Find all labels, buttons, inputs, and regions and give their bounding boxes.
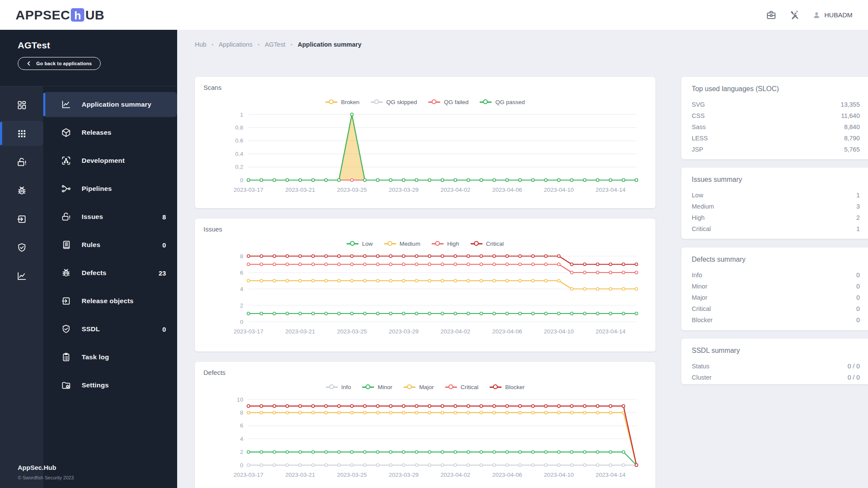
- user-menu[interactable]: HUBADM: [812, 11, 852, 19]
- legend-item-medium[interactable]: Medium: [384, 241, 420, 247]
- rail-item-chart-line[interactable]: [0, 263, 43, 288]
- topbar-actions: HUBADM: [766, 10, 852, 21]
- svg-text:2023-03-17: 2023-03-17: [233, 328, 263, 335]
- legend-item-major[interactable]: Major: [404, 384, 434, 390]
- scans-card-title: Scans: [203, 84, 650, 91]
- sidebar-item-issues[interactable]: Issues8: [43, 204, 177, 229]
- sidebar-footer: AppSec.Hub © Swordfish Security 2023: [18, 464, 74, 480]
- panel-row-label: LESS: [692, 134, 708, 143]
- rail-item-unlock-alert[interactable]: [0, 149, 43, 174]
- shield-check-icon: [16, 242, 27, 253]
- rail-item-box-arrow[interactable]: [0, 206, 43, 231]
- sidebar-app-header: AGTest Go back to applications: [0, 30, 177, 86]
- panel-row-label: CSS: [692, 111, 705, 120]
- panel-row-value: 8,790: [844, 134, 860, 143]
- svg-text:2023-04-02: 2023-04-02: [440, 328, 470, 335]
- sidebar-item-task-log[interactable]: Task log: [43, 345, 177, 370]
- chevron-left-icon: [26, 61, 32, 66]
- legend-swatch-icon: [480, 99, 492, 105]
- bug-icon: [61, 268, 72, 278]
- svg-text:0: 0: [240, 319, 243, 325]
- panel-row-minor: Minor0: [692, 281, 860, 292]
- defects-legend: InfoMinorMajorCriticalBlocker: [200, 381, 650, 393]
- panel-row-info: Info0: [692, 269, 860, 281]
- rules-icon: [61, 240, 72, 250]
- legend-item-critical[interactable]: Critical: [471, 241, 504, 247]
- chart-line-icon: [16, 271, 27, 282]
- panel-row-value: 11,640: [841, 111, 860, 120]
- copyright: © Swordfish Security 2023: [18, 475, 74, 480]
- legend-item-qg-skipped[interactable]: QG skipped: [371, 99, 417, 105]
- breadcrumb-item-applications[interactable]: Applications: [219, 41, 252, 48]
- breadcrumb-item-agtest[interactable]: AGTest: [265, 41, 286, 48]
- panel-title: Issues summary: [692, 176, 860, 184]
- legend-item-minor[interactable]: Minor: [362, 384, 392, 390]
- breadcrumb-separator: •: [212, 41, 214, 48]
- sidebar-item-development[interactable]: Development: [43, 148, 177, 173]
- sidebar-item-ssdl[interactable]: SSDL0: [43, 317, 177, 342]
- sidebar-item-label: Issues: [82, 213, 103, 221]
- legend-label: High: [447, 241, 459, 247]
- panel-issues-summary: Issues summaryLow1Medium3High2Critical1: [681, 168, 868, 239]
- main-area: Hub•Applications•AGTest•Application summ…: [177, 30, 868, 488]
- grid-icon: [16, 128, 27, 139]
- panel-row-css: CSS11,640: [692, 110, 860, 121]
- legend-swatch-icon: [490, 384, 502, 390]
- sidebar-item-count: 0: [162, 241, 166, 249]
- sidebar-item-releases[interactable]: Releases: [43, 120, 177, 145]
- legend-swatch-icon: [432, 241, 444, 247]
- svg-text:2023-03-29: 2023-03-29: [389, 328, 419, 335]
- sidebar-item-release-objects[interactable]: Release objects: [43, 288, 177, 314]
- legend-swatch-icon: [325, 99, 337, 105]
- rail-item-dashboard[interactable]: [0, 92, 43, 117]
- folder-gear-icon: [61, 380, 72, 390]
- briefcase-icon[interactable]: [766, 10, 777, 21]
- sidebar-item-settings[interactable]: Settings: [43, 373, 177, 398]
- panel-row-label: Minor: [692, 282, 707, 291]
- svg-text:2023-04-14: 2023-04-14: [596, 472, 626, 478]
- legend-item-info[interactable]: Info: [326, 384, 351, 390]
- breadcrumb-separator: •: [290, 41, 293, 48]
- legend-item-high[interactable]: High: [432, 241, 459, 247]
- panel-row-value: 0: [856, 282, 860, 291]
- legend-swatch-icon: [428, 99, 440, 105]
- breadcrumb-item-hub[interactable]: Hub: [195, 41, 207, 48]
- unlock-alert-icon: [61, 212, 72, 222]
- go-back-button[interactable]: Go back to applications: [18, 57, 101, 70]
- breadcrumb: Hub•Applications•AGTest•Application summ…: [177, 30, 868, 48]
- sidebar-item-pipelines[interactable]: Pipelines: [43, 176, 177, 201]
- svg-text:2: 2: [240, 449, 243, 455]
- panel-row-label: Info: [692, 271, 702, 279]
- legend-label: QG skipped: [386, 99, 417, 105]
- sidebar-item-rules[interactable]: Rules0: [43, 232, 177, 257]
- rail-item-bug[interactable]: [0, 178, 43, 203]
- svg-text:2023-04-02: 2023-04-02: [440, 472, 470, 478]
- legend-item-low[interactable]: Low: [347, 241, 373, 247]
- panel-row-value: 5,765: [844, 145, 860, 154]
- legend-item-qg-failed[interactable]: QG failed: [428, 99, 468, 105]
- issues-card: Issues LowMediumHighCritical 024682023-0…: [195, 219, 655, 352]
- svg-text:4: 4: [240, 286, 243, 292]
- sidebar-item-label: Release objects: [82, 297, 134, 305]
- sidebar-item-label: Settings: [82, 381, 109, 389]
- legend-item-blocker[interactable]: Blocker: [490, 384, 525, 390]
- go-back-label: Go back to applications: [36, 61, 92, 66]
- rail-item-grid[interactable]: [0, 121, 43, 146]
- tools-icon[interactable]: [789, 10, 800, 21]
- rail-item-shield-check[interactable]: [0, 235, 43, 260]
- package-icon: [61, 127, 72, 138]
- panel-row-status: Status0 / 0: [692, 361, 860, 372]
- legend-item-qg-passed[interactable]: QG passed: [480, 99, 525, 105]
- panel-row-svg: SVG13,355: [692, 99, 860, 110]
- legend-label: Critical: [486, 241, 504, 247]
- legend-label: Info: [341, 384, 351, 390]
- legend-item-critical[interactable]: Critical: [445, 384, 478, 390]
- legend-label: Medium: [400, 241, 420, 247]
- panel-row-label: Medium: [692, 202, 714, 211]
- svg-text:10: 10: [237, 396, 243, 403]
- app-name: AGTest: [18, 40, 177, 51]
- legend-item-broken[interactable]: Broken: [325, 99, 359, 105]
- sidebar-item-application-summary[interactable]: Application summary: [43, 92, 177, 117]
- sidebar-item-defects[interactable]: Defects23: [43, 260, 177, 285]
- panel-row-label: Blocker: [692, 316, 712, 324]
